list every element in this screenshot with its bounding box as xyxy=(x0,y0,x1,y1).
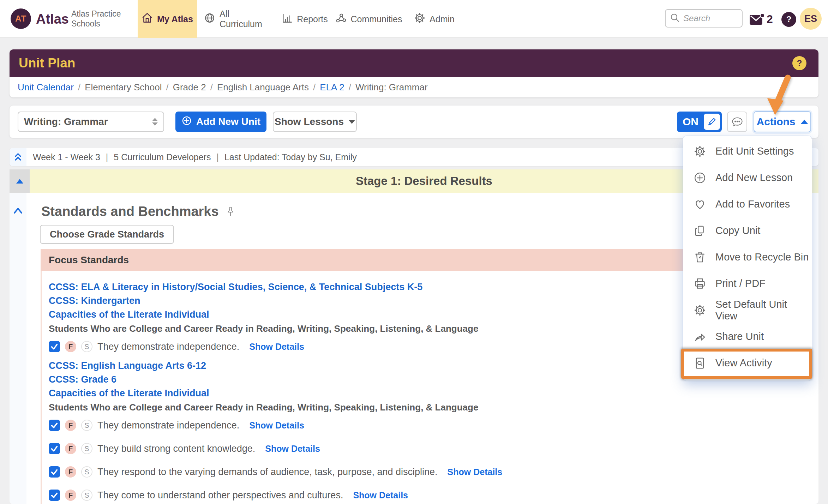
question-mark-icon: ? xyxy=(786,14,792,24)
menu-item-label: Add New Lesson xyxy=(715,172,793,184)
stage-collapse-tab[interactable] xyxy=(10,169,30,193)
standard-row: F S They come to understand other perspe… xyxy=(49,488,810,503)
show-details-link[interactable]: Show Details xyxy=(249,420,304,431)
copy-icon xyxy=(694,224,706,237)
standard-checkbox[interactable] xyxy=(49,420,60,431)
recycle-bin-icon xyxy=(694,251,706,264)
chevron-up-icon xyxy=(13,207,23,215)
show-details-link[interactable]: Show Details xyxy=(353,490,408,500)
menu-item-label: Share Unit xyxy=(715,331,764,342)
menu-item-view-activity[interactable]: View Activity xyxy=(683,350,812,376)
search-input[interactable] xyxy=(683,13,736,23)
section-gutter xyxy=(10,193,26,504)
show-lessons-button[interactable]: Show Lessons xyxy=(273,112,357,132)
add-new-unit-label: Add New Unit xyxy=(196,116,260,127)
breadcrumb-separator: / xyxy=(166,82,168,93)
standard-checkbox[interactable] xyxy=(49,466,60,478)
nav-label: All Curriculum xyxy=(220,9,271,29)
standard-text: They demonstrate independence. xyxy=(97,341,239,352)
breadcrumb: Unit Calendar / Elementary School / Grad… xyxy=(10,77,818,97)
actions-label: Actions xyxy=(756,116,795,128)
breadcrumb-ela-2[interactable]: ELA 2 xyxy=(320,82,344,93)
avatar[interactable]: ES xyxy=(800,8,822,30)
standard-flag-badge[interactable]: S xyxy=(81,420,92,431)
show-details-link[interactable]: Show Details xyxy=(448,467,503,477)
standard-checkbox[interactable] xyxy=(49,341,60,352)
menu-item-add-new-lesson[interactable]: Add New Lesson xyxy=(683,164,812,191)
choose-grade-standards-button[interactable]: Choose Grade Standards xyxy=(40,225,174,244)
actions-button[interactable]: Actions xyxy=(754,111,811,132)
nav-label: Communities xyxy=(351,14,402,24)
unit-select[interactable]: Writing: Grammar xyxy=(18,112,164,132)
menu-item-edit-unit-settings[interactable]: Edit Unit Settings xyxy=(683,138,812,164)
speech-bubble-icon xyxy=(731,116,743,128)
nav-item-my-atlas[interactable]: My Atlas xyxy=(138,0,197,38)
show-lessons-label: Show Lessons xyxy=(275,116,344,127)
standard-row: F S They respond to the varying demands … xyxy=(49,464,810,479)
gear-icon xyxy=(694,304,706,317)
double-chevron-up-icon xyxy=(14,152,22,162)
standards-title: Standards and Benchmarks xyxy=(41,204,219,219)
menu-item-share-unit[interactable]: Share Unit xyxy=(683,323,812,350)
breadcrumb-unit-calendar[interactable]: Unit Calendar xyxy=(18,82,74,93)
pin-icon[interactable] xyxy=(226,206,235,217)
nav-item-communities[interactable]: Communities xyxy=(336,0,401,38)
nav-item-reports[interactable]: Reports xyxy=(278,0,331,38)
collapse-all-button[interactable] xyxy=(10,148,26,166)
standard-checkbox[interactable] xyxy=(49,443,60,454)
menu-item-label: Edit Unit Settings xyxy=(715,145,794,157)
focus-flag-badge[interactable]: F xyxy=(65,490,76,501)
standard-flag-badge[interactable]: S xyxy=(81,341,92,352)
focus-flag-badge[interactable]: F xyxy=(65,466,76,478)
focus-flag-badge[interactable]: F xyxy=(65,443,76,454)
menu-item-add-to-favorites[interactable]: Add to Favorites xyxy=(683,191,812,217)
unit-meta-text: Week 1 - Week 3 | 5 Curriculum Developer… xyxy=(33,152,357,162)
check-icon xyxy=(50,491,59,499)
standard-flag-badge[interactable]: S xyxy=(81,443,92,454)
menu-item-label: Set Default Unit View xyxy=(715,299,812,322)
unit-developers: 5 Curriculum Developers xyxy=(114,152,211,162)
add-new-unit-button[interactable]: Add New Unit xyxy=(175,112,266,132)
atlas-logo-icon[interactable]: AT xyxy=(11,8,31,29)
nav-item-admin[interactable]: Admin xyxy=(412,0,456,38)
menu-item-label: Move to Recycle Bin xyxy=(715,251,809,263)
comments-button[interactable] xyxy=(727,112,747,132)
menu-item-copy-unit[interactable]: Copy Unit xyxy=(683,217,812,244)
chevron-up-icon xyxy=(800,120,808,124)
heart-icon xyxy=(694,198,706,211)
top-nav: AT Atlas Atlas Practice Schools My Atlas… xyxy=(0,0,828,38)
org-name: Atlas Practice Schools xyxy=(71,0,135,38)
help-button[interactable]: ? xyxy=(781,12,796,27)
breadcrumb-grade-2: Grade 2 xyxy=(173,82,206,93)
document-search-icon xyxy=(694,357,706,370)
standards-heading: Standards and Benchmarks xyxy=(41,204,235,219)
breadcrumb-elementary-school: Elementary School xyxy=(85,82,162,93)
mail-button[interactable]: 2 xyxy=(749,13,773,28)
mail-icon xyxy=(749,13,765,28)
focus-flag-badge[interactable]: F xyxy=(65,341,76,352)
menu-item-move-to-recycle-bin[interactable]: Move to Recycle Bin xyxy=(683,244,812,270)
show-details-link[interactable]: Show Details xyxy=(249,342,304,352)
check-icon xyxy=(50,468,59,476)
standard-flag-badge[interactable]: S xyxy=(81,466,92,478)
publish-toggle[interactable]: ON xyxy=(677,112,722,132)
select-arrows-icon xyxy=(152,118,158,126)
page-help-button[interactable]: ? xyxy=(792,56,806,70)
nav-item-all-curriculum[interactable]: All Curriculum xyxy=(204,0,271,38)
standard-checkbox[interactable] xyxy=(49,490,60,501)
breadcrumb-separator: / xyxy=(349,82,351,93)
focus-flag-badge[interactable]: F xyxy=(65,420,76,431)
breadcrumb-current-unit: Writing: Grammar xyxy=(355,82,428,93)
edit-pencil-button[interactable] xyxy=(704,114,720,130)
standard-strand-link[interactable]: Capacities of the Literate Individual xyxy=(49,386,810,400)
unit-weeks: Week 1 - Week 3 xyxy=(33,152,100,162)
menu-item-print-pdf[interactable]: Print / PDF xyxy=(683,270,812,297)
standard-flag-badge[interactable]: S xyxy=(81,490,92,501)
check-icon xyxy=(50,444,59,453)
menu-item-set-default-unit-view[interactable]: Set Default Unit View xyxy=(683,297,812,323)
check-icon xyxy=(50,421,59,430)
logo-initials: AT xyxy=(15,14,26,24)
atlas-app: AT Atlas Atlas Practice Schools My Atlas… xyxy=(0,0,828,504)
show-details-link[interactable]: Show Details xyxy=(265,444,320,454)
section-collapse-button[interactable] xyxy=(13,207,23,216)
